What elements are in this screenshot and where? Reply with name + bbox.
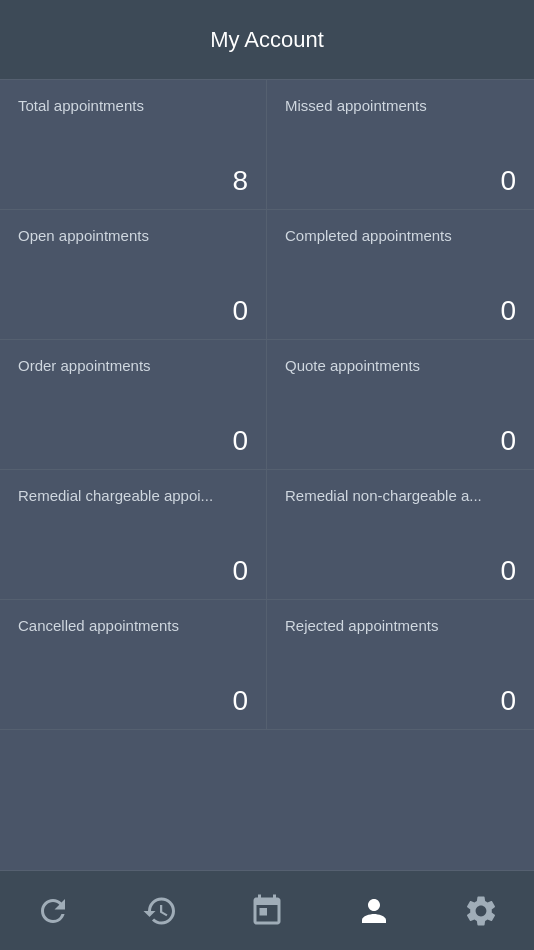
stat-label: Missed appointments <box>285 96 516 116</box>
stat-value: 0 <box>18 395 248 457</box>
stat-value: 0 <box>18 655 248 717</box>
stat-cell: Completed appointments0 <box>267 210 534 340</box>
history-icon <box>142 893 178 929</box>
stat-label: Total appointments <box>18 96 248 116</box>
stat-cell: Missed appointments0 <box>267 80 534 210</box>
refresh-icon <box>35 893 71 929</box>
settings-icon <box>463 893 499 929</box>
nav-item-account[interactable] <box>334 881 414 941</box>
stat-value: 8 <box>18 135 248 197</box>
nav-item-refresh[interactable] <box>13 881 93 941</box>
calendar-icon <box>249 893 285 929</box>
stat-label: Rejected appointments <box>285 616 516 636</box>
nav-item-calendar[interactable] <box>227 881 307 941</box>
stat-cell: Open appointments0 <box>0 210 267 340</box>
stat-value: 0 <box>285 525 516 587</box>
stat-label: Cancelled appointments <box>18 616 248 636</box>
header-title: My Account <box>210 27 324 53</box>
nav-item-history[interactable] <box>120 881 200 941</box>
stat-label: Open appointments <box>18 226 248 246</box>
stat-cell: Order appointments0 <box>0 340 267 470</box>
stat-cell: Total appointments8 <box>0 80 267 210</box>
header: My Account <box>0 0 534 80</box>
stat-value: 0 <box>285 655 516 717</box>
stat-label: Order appointments <box>18 356 248 376</box>
stat-cell: Quote appointments0 <box>267 340 534 470</box>
nav-item-settings[interactable] <box>441 881 521 941</box>
stat-value: 0 <box>285 265 516 327</box>
stat-label: Completed appointments <box>285 226 516 246</box>
stat-label: Remedial chargeable appoi... <box>18 486 248 506</box>
stat-cell: Rejected appointments0 <box>267 600 534 730</box>
stat-cell: Remedial non-chargeable a...0 <box>267 470 534 600</box>
content: Total appointments8Missed appointments0O… <box>0 80 534 870</box>
stat-label: Remedial non-chargeable a... <box>285 486 516 506</box>
account-icon <box>356 893 392 929</box>
stats-grid: Total appointments8Missed appointments0O… <box>0 80 534 730</box>
bottom-nav <box>0 870 534 950</box>
stat-cell: Remedial chargeable appoi...0 <box>0 470 267 600</box>
stat-value: 0 <box>18 265 248 327</box>
stat-label: Quote appointments <box>285 356 516 376</box>
stat-value: 0 <box>285 135 516 197</box>
stat-cell: Cancelled appointments0 <box>0 600 267 730</box>
stat-value: 0 <box>285 395 516 457</box>
stat-value: 0 <box>18 525 248 587</box>
